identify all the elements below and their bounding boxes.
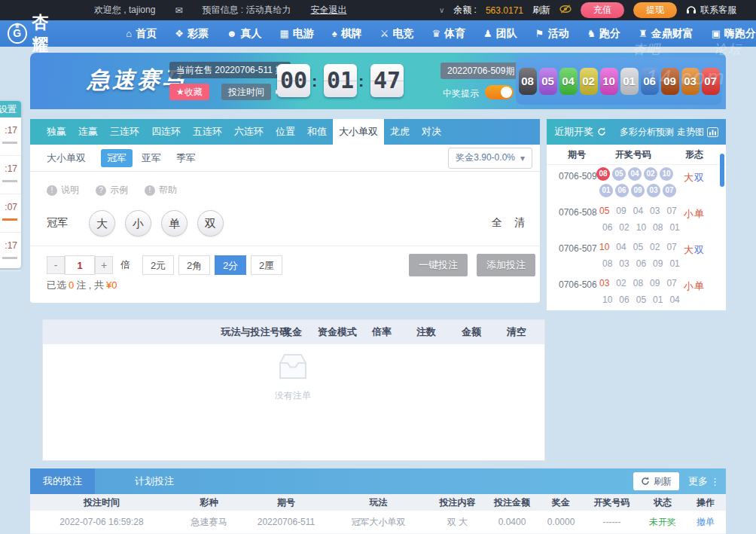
draw-number: 02 — [619, 222, 629, 233]
sports-icon: ♛ — [431, 28, 440, 39]
nav-item-sports[interactable]: ♛体育 — [431, 27, 465, 41]
nav-item-egames[interactable]: ▦电游 — [280, 27, 314, 41]
play-tab-四连环[interactable]: 四连环 — [145, 119, 187, 145]
unit-2元[interactable]: 2元 — [142, 255, 174, 275]
draw-number: 02 — [644, 167, 657, 181]
bet-option-双[interactable]: 双 — [197, 210, 224, 236]
pattern-char: 单 — [694, 208, 705, 219]
unit-2角[interactable]: 2角 — [178, 255, 210, 275]
cancel-bet-button[interactable]: 撤单 — [685, 516, 726, 529]
recharge-button[interactable]: 充值 — [581, 2, 624, 18]
draw-number: 08 — [653, 222, 663, 233]
clear-button[interactable]: 清 — [514, 216, 525, 230]
nav-item-home[interactable]: ⌂首页 — [126, 27, 157, 41]
multiplier-plus-button[interactable]: + — [95, 256, 113, 274]
bet-time-button[interactable]: 投注时间 — [221, 84, 271, 100]
draw-number: 02 — [616, 278, 626, 288]
side-mini-panel: 设置 :17:17:07:17 — [0, 101, 21, 268]
nav-item-paofen[interactable]: ♞跑分 — [587, 27, 620, 41]
game-header: 急速赛马 当前在售 20220706-511 期 ★收藏 投注时间 00 : 0… — [30, 53, 726, 109]
more-button[interactable]: 更多 ⋮ — [688, 474, 720, 488]
play-tab-三连环[interactable]: 三连环 — [104, 119, 145, 145]
play-tab-和值[interactable]: 和值 — [301, 119, 333, 145]
bet-cell: 0.0000 — [538, 517, 584, 527]
customer-service-button[interactable]: 联系客服 — [686, 4, 736, 17]
trend-link[interactable]: 走势图 — [677, 126, 718, 139]
live-icon: ☻ — [227, 28, 237, 39]
withdraw-button[interactable]: 提现 — [633, 2, 677, 18]
nav-item-live[interactable]: ☻真人 — [227, 27, 262, 41]
nav-item-esports[interactable]: ⚔电竞 — [380, 27, 414, 41]
mini-game-item[interactable]: :17 — [0, 117, 21, 156]
select-all-button[interactable]: 全 — [492, 216, 502, 230]
logout-link[interactable]: 安全退出 — [310, 4, 346, 17]
pattern-char: 双 — [694, 244, 705, 255]
bet-cell: 20220706-511 — [245, 517, 328, 527]
play-tab-位置[interactable]: 位置 — [270, 119, 301, 145]
position-option-冠军[interactable]: 冠军 — [101, 149, 133, 167]
odds-dropdown[interactable]: 奖金3.90-0.0% ▾ — [448, 148, 532, 169]
nav-item-activity[interactable]: ⚑活动 — [535, 27, 569, 41]
nav-item-label: 跑分 — [599, 27, 620, 41]
add-bet-button[interactable]: 添加投注 — [477, 254, 535, 276]
position-option-亚军[interactable]: 亚军 — [136, 149, 167, 167]
tab-plan-bets[interactable]: 计划投注 — [122, 468, 187, 494]
recent-columns: 期号 开奖号码 形态 — [547, 145, 726, 165]
selected-count: 0 — [66, 279, 76, 291]
unit-2厘[interactable]: 2厘 — [251, 255, 282, 275]
mini-game-item[interactable]: :17 — [0, 156, 21, 194]
bet-cell: 急速赛马 — [173, 516, 245, 529]
play-tab-五连环[interactable]: 五连环 — [187, 119, 228, 145]
unit-2分[interactable]: 2分 — [215, 255, 246, 275]
draw-number: 05 — [633, 242, 643, 252]
mini-game-item[interactable]: :17 — [0, 233, 21, 271]
bet-option-单[interactable]: 单 — [161, 210, 187, 236]
multiplier-value[interactable]: 1 — [65, 255, 95, 275]
order-table-header: 玩法与投注号码奖金资金模式倍率注数金额清空 — [43, 320, 544, 344]
draw-number: 09 — [653, 258, 663, 269]
mail-icon[interactable]: ✉ — [175, 5, 182, 16]
refresh-bets-button[interactable]: 刷新 — [633, 472, 679, 490]
bet-options-row: 冠军 大小单双 全 清 — [30, 203, 540, 243]
tab-my-bets[interactable]: 我的投注 — [30, 468, 95, 494]
play-tab-连赢[interactable]: 连赢 — [72, 119, 104, 145]
nav-item-team[interactable]: ♟团队 — [483, 27, 517, 41]
win-tip-toggle[interactable] — [485, 85, 514, 99]
play-tab-六连环[interactable]: 六连环 — [228, 119, 270, 145]
info-icon: ? — [96, 185, 106, 196]
pattern-char: 大 — [684, 172, 694, 183]
nav-item-cards[interactable]: ♠棋牌 — [332, 27, 362, 41]
site-logo[interactable]: ♛ G 杏耀 — [8, 11, 66, 56]
nav-item-haipaofen[interactable]: ▣嗨跑分 — [712, 27, 756, 41]
play-tab-对决[interactable]: 对决 — [416, 119, 447, 145]
one-key-bet-button[interactable]: 一键投注 — [409, 254, 468, 276]
helper-说明[interactable]: !说明 — [47, 184, 79, 197]
sub-nav-label: 大小单双 — [47, 151, 86, 165]
multiplier-minus-button[interactable]: - — [47, 256, 65, 274]
play-tab-龙虎[interactable]: 龙虎 — [384, 119, 416, 145]
refresh-balance-link[interactable]: 刷新 — [532, 4, 550, 17]
position-option-季军[interactable]: 季军 — [170, 149, 202, 167]
hide-balance-icon[interactable] — [559, 5, 572, 16]
refresh-icon[interactable] — [597, 127, 606, 136]
egames-icon: ▦ — [280, 28, 289, 39]
result-ball: 04 — [559, 68, 578, 95]
nav-item-lottery[interactable]: ❖彩票 — [175, 27, 209, 41]
draw-number: 05 — [612, 167, 626, 181]
analysis-link[interactable]: 多彩分析预测 — [620, 126, 674, 139]
helper-示例[interactable]: ?示例 — [96, 184, 128, 197]
nav-item-wealth[interactable]: ♜金鼎财富 — [639, 27, 694, 41]
recent-title[interactable]: 近期开奖 — [554, 125, 606, 139]
play-tab-大小单双[interactable]: 大小单双 — [333, 119, 384, 145]
play-tab-独赢[interactable]: 独赢 — [41, 119, 72, 145]
result-ball: 08 — [519, 68, 537, 95]
mini-game-item[interactable]: :07 — [0, 194, 21, 233]
chevron-down-icon[interactable]: ∨ — [439, 6, 444, 14]
scrollbar-thumb[interactable] — [720, 154, 724, 187]
countdown-hours: 00 — [277, 64, 310, 97]
bet-option-小[interactable]: 小 — [125, 210, 151, 236]
helper-帮助[interactable]: !帮助 — [145, 184, 177, 197]
favorite-button[interactable]: ★收藏 — [169, 84, 209, 100]
bet-option-大[interactable]: 大 — [89, 210, 115, 236]
order-col-清空[interactable]: 清空 — [507, 320, 526, 344]
